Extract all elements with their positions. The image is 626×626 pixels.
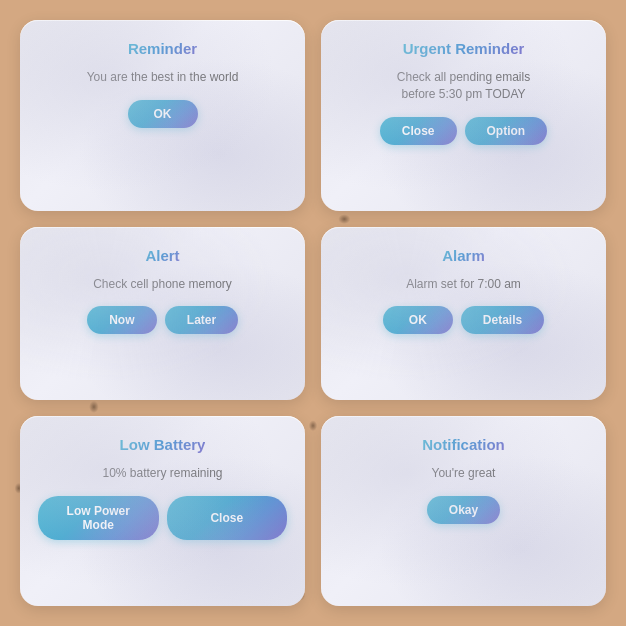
btn-reminder-ok[interactable]: OK (128, 100, 198, 128)
card-title-low-battery: Low Battery (120, 436, 206, 453)
btn-alarm-details[interactable]: Details (461, 306, 544, 334)
card-title-urgent-reminder: Urgent Reminder (403, 40, 525, 57)
card-text-alert: Check cell phone memory (93, 276, 232, 293)
btn-row-notification: Okay (339, 496, 588, 524)
btn-urgent-reminder-option[interactable]: Option (465, 117, 548, 145)
card-text-urgent-reminder: Check all pending emailsbefore 5:30 pm T… (397, 69, 530, 103)
btn-low-battery-low-power[interactable]: Low Power Mode (38, 496, 159, 540)
btn-row-alert: NowLater (38, 306, 287, 334)
btn-low-battery-close[interactable]: Close (167, 496, 288, 540)
card-urgent-reminder: Urgent ReminderCheck all pending emailsb… (321, 20, 606, 211)
card-low-battery: Low Battery10% battery remainingLow Powe… (20, 416, 305, 606)
card-alarm: AlarmAlarm set for 7:00 amOKDetails (321, 227, 606, 401)
btn-alarm-ok[interactable]: OK (383, 306, 453, 334)
card-text-alarm: Alarm set for 7:00 am (406, 276, 521, 293)
card-text-notification: You're great (432, 465, 496, 482)
btn-row-reminder: OK (38, 100, 287, 128)
card-text-reminder: You are the best in the world (87, 69, 239, 86)
card-reminder: ReminderYou are the best in the worldOK (20, 20, 305, 211)
btn-row-low-battery: Low Power ModeClose (38, 496, 287, 540)
card-title-alarm: Alarm (442, 247, 485, 264)
card-title-notification: Notification (422, 436, 505, 453)
card-notification: NotificationYou're greatOkay (321, 416, 606, 606)
card-title-reminder: Reminder (128, 40, 197, 57)
btn-alert-later[interactable]: Later (165, 306, 238, 334)
btn-alert-now[interactable]: Now (87, 306, 157, 334)
btn-row-alarm: OKDetails (339, 306, 588, 334)
card-text-low-battery: 10% battery remaining (102, 465, 222, 482)
card-alert: AlertCheck cell phone memoryNowLater (20, 227, 305, 401)
card-grid: ReminderYou are the best in the worldOKU… (0, 0, 626, 626)
btn-row-urgent-reminder: CloseOption (339, 117, 588, 145)
btn-urgent-reminder-close[interactable]: Close (380, 117, 457, 145)
card-title-alert: Alert (145, 247, 179, 264)
btn-notification-okay[interactable]: Okay (427, 496, 500, 524)
